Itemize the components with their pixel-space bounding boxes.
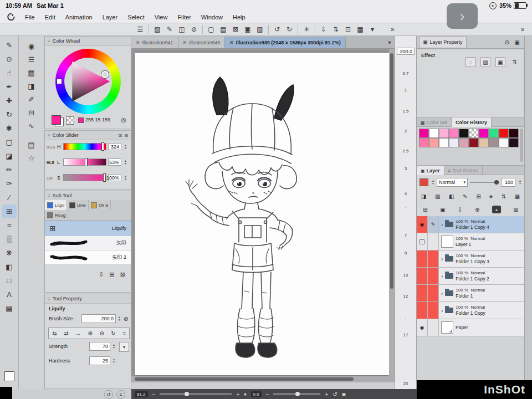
- layer-color-stepper[interactable]: ▲▼: [432, 180, 434, 185]
- new-document-icon[interactable]: ▢: [205, 24, 217, 34]
- close-tab-icon[interactable]: ✕: [229, 40, 234, 45]
- export-icon[interactable]: ⇩: [318, 24, 330, 34]
- swap-icon[interactable]: ⇅: [330, 24, 342, 34]
- gradient-tool[interactable]: ▤: [2, 301, 17, 315]
- layer-edit-target-cell[interactable]: [428, 285, 439, 301]
- deselect-icon[interactable]: ⊘: [188, 24, 200, 34]
- liquify-mode-push-icon[interactable]: ⇆: [52, 330, 57, 336]
- hardness-value[interactable]: 25: [89, 356, 110, 365]
- color-swatch[interactable]: [419, 129, 429, 138]
- fit-screen-icon[interactable]: ▣: [342, 392, 346, 397]
- eraser-tool[interactable]: ◪: [2, 149, 17, 163]
- sub-tool-item-liquify[interactable]: ⊞ Liquify: [45, 221, 131, 236]
- v-scroll-thumb[interactable]: [390, 53, 393, 289]
- ruler-tool[interactable]: ∕: [2, 191, 17, 204]
- layer-view-icon[interactable]: ▦: [515, 193, 520, 200]
- color-wheel-dock-icon[interactable]: ◉: [24, 39, 39, 53]
- lightness-stepper[interactable]: ▲▼: [124, 160, 127, 165]
- text-tool[interactable]: A: [2, 288, 17, 301]
- color-swatch[interactable]: [479, 129, 489, 138]
- sub-tool-item-arrow2[interactable]: 矢印 2: [45, 250, 131, 265]
- tool-property-header[interactable]: ≡ Tool Property: [45, 294, 131, 304]
- liquify-mode-pinch-icon[interactable]: ⊖: [99, 330, 104, 336]
- zoom-tool[interactable]: ⊙: [2, 52, 17, 66]
- layer-row-paper[interactable]: ◉ Paper: [417, 319, 524, 336]
- rotation-knob[interactable]: [295, 392, 300, 396]
- color-swatch[interactable]: [499, 138, 509, 147]
- lock-layer-icon[interactable]: ◧: [449, 193, 454, 200]
- tab-color-history[interactable]: Color History: [452, 117, 492, 127]
- layer-row-folder1copy2[interactable]: › 100 % Normal Folder 1 Copy 2: [417, 268, 524, 285]
- tool-settings-icon[interactable]: ≡: [116, 390, 125, 399]
- transfer-down-icon[interactable]: ⇩: [458, 207, 462, 213]
- ruler-tick[interactable]: 2.5: [395, 149, 416, 154]
- canvas-tab-2[interactable]: ✕ Illustration945: [178, 37, 226, 48]
- layer-edit-target-cell[interactable]: [428, 250, 439, 267]
- brush-tool[interactable]: ✑: [2, 177, 17, 191]
- canvas-tab-3-active[interactable]: ✕ Illustration939 (2048 x 1536px 300dpi …: [225, 37, 346, 48]
- hardness-stepper[interactable]: ▲▼: [112, 358, 115, 364]
- layer-row-layer1[interactable]: 100 % Normal Layer 1: [417, 233, 524, 250]
- pen-mode-icon[interactable]: ✎: [163, 24, 176, 34]
- color-target-icon[interactable]: ◎: [120, 116, 127, 124]
- color-swatch[interactable]: [459, 129, 469, 138]
- color-swatch[interactable]: [489, 138, 499, 147]
- ruler-tick[interactable]: 7: [395, 233, 416, 238]
- color-swatch[interactable]: [489, 129, 499, 138]
- liquify-mode-twirl-icon[interactable]: ↻: [111, 330, 115, 336]
- layer-row-folder1copy[interactable]: › 100 % Normal Folder 1 Copy: [417, 302, 524, 319]
- layer-visibility-cell[interactable]: [417, 268, 428, 284]
- set-ruler-icon[interactable]: ≡: [489, 193, 493, 200]
- color-slider-header[interactable]: ≡ Color Slider ⊡ ⊟: [45, 131, 131, 140]
- reference-layer-icon[interactable]: ▨: [435, 193, 440, 200]
- fill-tool[interactable]: ◧: [2, 260, 17, 274]
- color-slider-dock-icon[interactable]: ☰: [24, 53, 39, 66]
- rotate-right-icon[interactable]: +: [325, 391, 328, 397]
- tab-universal[interactable]: Univ: [67, 200, 89, 210]
- zoom-value[interactable]: 81.2: [135, 391, 148, 397]
- blend-mode-select[interactable]: Normal▾: [437, 178, 468, 187]
- ruler-tick[interactable]: 2: [395, 129, 416, 134]
- brush-size-ruler[interactable]: 200.0 0.7 1 1.5 2 2.5 3 4 · · 7 8 10 12 …: [395, 36, 417, 389]
- layer-edit-target-cell[interactable]: [428, 268, 439, 284]
- opacity-stepper[interactable]: ▲▼: [519, 180, 521, 185]
- color-mixing-dock-icon[interactable]: ◨: [24, 79, 39, 93]
- layer-edit-target-cell[interactable]: [428, 233, 439, 250]
- tab-list-icon[interactable]: ▾: [385, 37, 395, 48]
- panel-detach-icon[interactable]: ▣: [512, 39, 522, 45]
- import-subtool-icon[interactable]: ⇩: [99, 269, 104, 280]
- ruler-tick[interactable]: 17: [395, 332, 416, 337]
- color-swatch[interactable]: [499, 129, 509, 138]
- rotate-left-icon[interactable]: −: [266, 391, 269, 397]
- layer-visibility-cell[interactable]: [417, 233, 428, 250]
- add-subtool-icon[interactable]: ⊞: [110, 269, 115, 280]
- saturation-value[interactable]: 100%: [108, 174, 121, 181]
- swatch-scrollbar[interactable]: [520, 129, 523, 162]
- layer-visibility-cell[interactable]: [417, 302, 428, 319]
- slider-mode2-icon[interactable]: ⊟: [124, 133, 128, 138]
- color-swatch[interactable]: [509, 129, 519, 138]
- tone-effect-icon[interactable]: ▨: [480, 57, 490, 67]
- toolbar-overflow-icon[interactable]: »: [386, 24, 398, 34]
- eyedropper-tool[interactable]: ✒: [2, 80, 17, 94]
- color-swatch[interactable]: [429, 129, 439, 138]
- menu-window[interactable]: Window: [201, 14, 223, 21]
- two-pane-toggle-icon[interactable]: ●: [492, 206, 501, 213]
- tab-hls[interactable]: HLS: [47, 161, 54, 165]
- strength-value[interactable]: 70: [89, 342, 110, 351]
- canvas-horizontal-scrollbar[interactable]: [131, 376, 395, 382]
- expand-arrow-icon[interactable]: ›: [441, 222, 443, 228]
- expand-arrow-icon[interactable]: ›: [441, 273, 443, 279]
- layer-order-icon[interactable]: ⇅: [502, 193, 506, 200]
- close-tab-icon[interactable]: ✕: [183, 40, 187, 45]
- frame-icon[interactable]: ◫: [176, 24, 188, 34]
- layer-color-chip[interactable]: [420, 178, 428, 186]
- liquify-mode-spread-icon[interactable]: ↔: [75, 330, 81, 336]
- tab-rough[interactable]: Roug: [45, 210, 68, 220]
- crop-icon[interactable]: ⊡: [342, 24, 354, 34]
- sub-tool-header[interactable]: ≡ Sub Tool: [45, 191, 131, 201]
- layer-visibility-cell[interactable]: [417, 250, 428, 267]
- current-color-swatch[interactable]: [4, 371, 14, 381]
- color-swatch[interactable]: [419, 138, 429, 147]
- menu-view[interactable]: View: [155, 14, 168, 21]
